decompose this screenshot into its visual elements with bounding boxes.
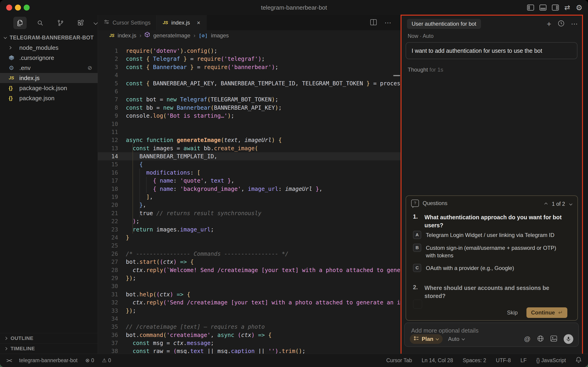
activity-bar [0,15,111,31]
file-row-package-json[interactable]: {}package.json [0,93,98,103]
new-chat-icon[interactable]: + [547,20,551,28]
chevron-down-icon [462,337,465,340]
tab-index-js[interactable]: JS index.js × [157,15,207,30]
search-icon[interactable] [34,17,47,29]
code-line: 23 return images.image_url; [98,225,401,234]
toggle-bottom-panel-icon[interactable] [540,5,546,10]
activity-overflow-chevron-icon[interactable] [94,20,98,25]
code-text: }); [126,307,136,315]
code-line: 8const bb = new Bannerbear(BANNERBEAR_AP… [98,104,401,112]
code-line: 38 const raw = (msg.text || msg.caption … [98,347,401,354]
line-number: 2 [98,55,126,63]
chevron-right-icon [9,47,19,49]
question-pager-count: 1 of 2 [552,201,565,207]
settings-gear-icon[interactable]: ⚙ [576,4,582,11]
tab-label: Cursor Settings [112,19,150,26]
answer-option-a[interactable]: ATelegram Login Widget / user linking vi… [413,231,561,239]
app-window: telegram-bannerbear-bot ⇄ ⚙ [0,0,588,367]
status-item-lf[interactable]: LF [520,357,527,364]
web-globe-icon[interactable] [537,335,544,343]
skip-button[interactable]: Skip [507,309,518,316]
chevron-right-icon [4,337,7,340]
sidebar-section-timeline[interactable]: TIMELINE [0,343,98,354]
answer-option-b[interactable]: BCustom sign-in (email/username + passwo… [413,244,561,259]
line-number: 30 [98,282,126,290]
file-row-package-lock-json[interactable]: {}package-lock.json [0,83,98,93]
file-row--env[interactable]: ⚙.env⊘ [0,63,98,73]
code-text: } [126,234,129,242]
file-row--cursorignore[interactable]: .cursorignore [0,53,98,63]
status-errors[interactable]: ⊗ 0 [85,357,94,364]
thought-status[interactable]: Thought for 1s [408,67,443,73]
explorer-icon[interactable] [13,17,27,29]
split-editor-icon[interactable] [370,19,377,26]
status-item--javascript[interactable]: {} JavaScript [536,357,566,364]
file-row-node-modules[interactable]: node_modules [0,43,98,53]
chat-meta: Now · Auto [408,33,434,39]
line-number: 17 [98,177,126,185]
questions-header: Questions [423,200,447,206]
line-number: 1 [98,47,126,55]
status-item-utf-8[interactable]: UTF-8 [496,357,511,364]
code-text: const msg = ctx.message; [126,339,214,347]
code-text: const { Bannerbear } = require('bannerbe… [126,63,278,71]
model-dropdown[interactable]: Auto [448,336,464,342]
answer-option-c[interactable]: COAuth with a provider (e.g., Google) [413,264,561,272]
breadcrumb: JS index.js › generateImage › [⊘] images [98,30,401,41]
file-label: node_modules [19,44,59,51]
bell-icon[interactable] [576,357,582,365]
mention-at-icon[interactable]: @ [524,335,531,343]
toggle-right-panel-icon[interactable] [552,5,559,10]
history-clock-icon[interactable] [558,20,565,28]
indent-guide [139,169,140,217]
user-message-text: I want to add authentication for users t… [412,48,542,54]
file-row-index-js[interactable]: JSindex.js [0,73,98,83]
line-number: 20 [98,201,126,209]
remote-indicator-icon[interactable]: >< [6,357,11,364]
code-line: 1require('dotenv').config(); [98,47,401,55]
project-root-label: TELEGRAM-BANNERBEAR-BOT [10,35,94,41]
extensions-icon[interactable] [74,17,87,29]
code-line: 26/* ---------------- Commands ---------… [98,250,401,258]
checklist-icon [414,336,419,342]
line-number: 26 [98,250,126,258]
status-warnings[interactable]: ⚠ 0 [102,357,111,364]
prev-question-icon[interactable] [544,202,548,206]
js-file-icon: JS [109,33,114,38]
next-question-icon[interactable] [569,202,572,205]
source-control-icon[interactable] [54,17,67,29]
braces-file-icon: {} [9,95,19,101]
status-project-name[interactable]: telegram-bannerbear-bot [19,357,78,364]
code-line: 12async function generateImage(text, ima… [98,136,401,144]
breadcrumb-member[interactable]: images [211,32,229,39]
code-editor[interactable]: 1require('dotenv').config();2const { Tel… [98,41,401,354]
breadcrumb-symbol[interactable]: generateImage [153,32,190,39]
status-item-ln-14-col-28[interactable]: Ln 14, Col 28 [422,357,453,364]
js-file-icon: JS [163,20,168,25]
tab-cursor-settings[interactable]: Cursor Settings [98,15,157,30]
status-item-cursor-tab[interactable]: Cursor Tab [386,357,412,364]
breadcrumb-file[interactable]: index.js [118,32,136,39]
more-actions-icon[interactable]: ⋯ [384,19,391,26]
chat-input-box[interactable]: Add more optional details Plan Auto [404,323,579,347]
line-number: 3 [98,63,126,71]
project-root-row[interactable]: TELEGRAM-BANNERBEAR-BOT [0,33,98,43]
layout-switch-icon[interactable]: ⇄ [564,4,570,11]
line-number: 9 [98,112,126,120]
status-item-spaces-2[interactable]: Spaces: 2 [463,357,486,364]
continue-button[interactable]: Continue ↵ [527,307,567,318]
line-number: 4 [98,71,126,79]
close-tab-icon[interactable]: × [197,19,200,26]
plan-mode-dropdown[interactable]: Plan [410,334,443,344]
line-number: 27 [98,258,126,266]
chat-title-chip[interactable]: User authentication for bot [407,19,481,29]
code-text: const images = await bb.create_image( [126,144,258,152]
image-attach-icon[interactable] [550,335,557,343]
faded-option-chip [413,300,422,309]
microphone-icon[interactable] [564,334,573,344]
status-bar: >< telegram-bannerbear-bot ⊗ 0 ⚠ 0 Curso… [0,354,588,367]
code-text: modifications: [ [126,169,200,177]
toggle-left-panel-icon[interactable] [527,5,534,10]
more-options-icon[interactable]: ⋯ [571,20,578,27]
sidebar-section-outline[interactable]: OUTLINE [0,333,98,343]
